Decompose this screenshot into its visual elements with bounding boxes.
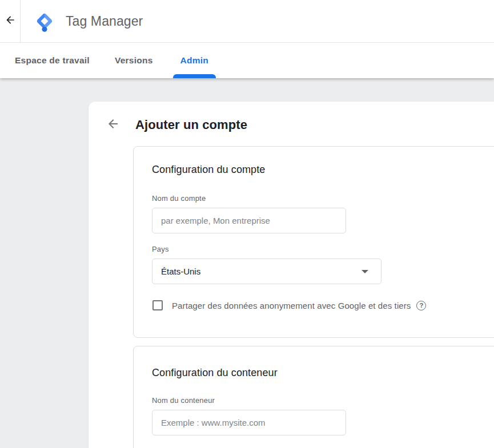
page-back-button[interactable] [106,118,121,132]
country-selected-value: États-Unis [161,267,362,276]
tag-manager-logo-icon[interactable] [33,9,57,33]
back-arrow-icon [106,117,120,133]
container-section-heading: Configuration du conteneur [152,367,494,379]
country-select[interactable]: États-Unis [152,259,381,284]
container-name-label: Nom du conteneur [152,396,494,405]
app-header: Tag Manager [0,0,494,43]
back-arrow-icon [5,14,16,28]
share-data-label: Partager des données anonymement avec Go… [172,301,411,310]
tab-workspace[interactable]: Espace de travail [15,43,90,78]
tab-versions[interactable]: Versions [115,43,153,78]
account-name-input[interactable] [152,208,346,233]
country-label: Pays [152,245,494,253]
share-data-row: Partager des données anonymement avec Go… [152,300,494,310]
account-section-heading: Configuration du compte [152,164,494,176]
add-account-card: Ajouter un compte Configuration du compt… [89,102,494,448]
page-header: Ajouter un compte [89,116,494,134]
share-data-checkbox[interactable] [152,300,163,310]
chevron-down-icon [362,270,368,273]
app-title: Tag Manager [66,14,143,29]
container-config-section: Configuration du conteneur Nom du conten… [133,346,494,448]
tab-bar: Espace de travail Versions Admin [0,43,494,78]
account-name-label: Nom du compte [152,194,494,203]
page-title: Ajouter un compte [135,118,247,132]
tab-admin[interactable]: Admin [180,43,208,78]
help-icon[interactable]: ? [416,301,426,310]
tab-admin-label: Admin [180,55,208,66]
tab-versions-label: Versions [115,55,153,66]
tab-workspace-label: Espace de travail [15,55,90,66]
content-area: Ajouter un compte Configuration du compt… [0,78,494,448]
container-name-input[interactable] [152,410,346,435]
account-config-section: Configuration du compte Nom du compte Pa… [133,146,494,338]
brand: Tag Manager [21,0,143,42]
browser-back-button[interactable] [0,0,21,42]
